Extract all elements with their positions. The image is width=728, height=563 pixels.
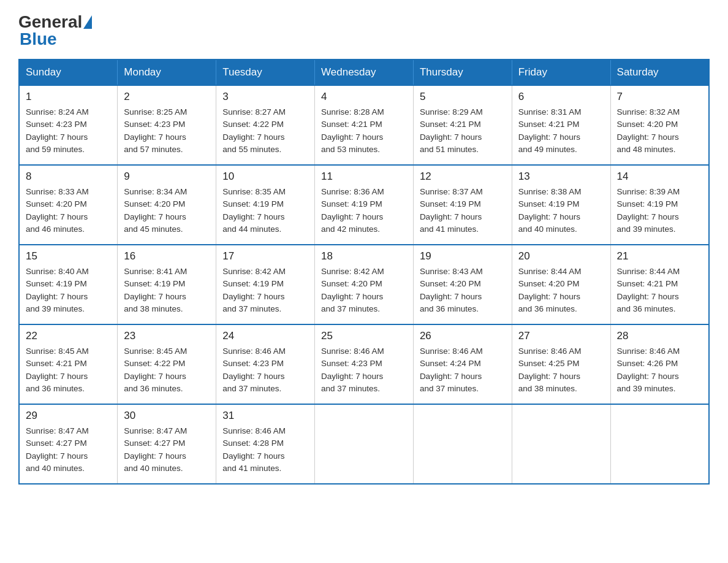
calendar-cell <box>315 404 414 484</box>
weekday-header-monday: Monday <box>118 59 216 85</box>
day-info: Sunrise: 8:46 AMSunset: 4:23 PMDaylight:… <box>222 345 308 395</box>
calendar-cell <box>610 404 709 484</box>
calendar-cell <box>512 404 610 484</box>
day-number: 24 <box>222 330 308 342</box>
calendar-cell: 27Sunrise: 8:46 AMSunset: 4:25 PMDayligh… <box>512 324 610 404</box>
day-number: 13 <box>518 170 604 183</box>
day-number: 31 <box>222 410 308 422</box>
calendar-cell: 14Sunrise: 8:39 AMSunset: 4:19 PMDayligh… <box>610 165 709 245</box>
weekday-header-tuesday: Tuesday <box>216 59 315 85</box>
calendar-cell: 30Sunrise: 8:47 AMSunset: 4:27 PMDayligh… <box>118 404 216 484</box>
calendar-week-row: 29Sunrise: 8:47 AMSunset: 4:27 PMDayligh… <box>19 404 709 484</box>
calendar-week-row: 1Sunrise: 8:24 AMSunset: 4:23 PMDaylight… <box>19 85 709 165</box>
calendar-cell: 23Sunrise: 8:45 AMSunset: 4:22 PMDayligh… <box>118 324 216 404</box>
calendar-cell: 21Sunrise: 8:44 AMSunset: 4:21 PMDayligh… <box>610 245 709 324</box>
calendar-cell: 9Sunrise: 8:34 AMSunset: 4:20 PMDaylight… <box>118 165 216 245</box>
day-info: Sunrise: 8:25 AMSunset: 4:23 PMDaylight:… <box>124 106 210 156</box>
day-number: 19 <box>420 250 506 262</box>
day-number: 27 <box>518 330 604 342</box>
day-number: 3 <box>222 91 308 103</box>
calendar-cell: 18Sunrise: 8:42 AMSunset: 4:20 PMDayligh… <box>315 245 414 324</box>
calendar-cell: 22Sunrise: 8:45 AMSunset: 4:21 PMDayligh… <box>19 324 118 404</box>
weekday-header-wednesday: Wednesday <box>315 59 414 85</box>
calendar-cell: 16Sunrise: 8:41 AMSunset: 4:19 PMDayligh… <box>118 245 216 324</box>
calendar-cell <box>413 404 512 484</box>
day-info: Sunrise: 8:46 AMSunset: 4:26 PMDaylight:… <box>617 345 702 395</box>
day-number: 28 <box>617 330 702 342</box>
calendar-week-row: 8Sunrise: 8:33 AMSunset: 4:20 PMDaylight… <box>19 165 709 245</box>
day-info: Sunrise: 8:33 AMSunset: 4:20 PMDaylight:… <box>26 186 111 236</box>
day-info: Sunrise: 8:24 AMSunset: 4:23 PMDaylight:… <box>26 106 111 156</box>
calendar-cell: 19Sunrise: 8:43 AMSunset: 4:20 PMDayligh… <box>413 245 512 324</box>
day-number: 17 <box>222 250 308 262</box>
weekday-header-thursday: Thursday <box>413 59 512 85</box>
day-number: 7 <box>617 91 702 103</box>
calendar-week-row: 15Sunrise: 8:40 AMSunset: 4:19 PMDayligh… <box>19 245 709 324</box>
calendar-header: SundayMondayTuesdayWednesdayThursdayFrid… <box>19 59 709 85</box>
calendar-cell: 5Sunrise: 8:29 AMSunset: 4:21 PMDaylight… <box>413 85 512 165</box>
day-info: Sunrise: 8:31 AMSunset: 4:21 PMDaylight:… <box>518 106 604 156</box>
day-info: Sunrise: 8:39 AMSunset: 4:19 PMDaylight:… <box>617 186 702 236</box>
day-info: Sunrise: 8:28 AMSunset: 4:21 PMDaylight:… <box>321 106 407 156</box>
day-info: Sunrise: 8:36 AMSunset: 4:19 PMDaylight:… <box>321 186 407 236</box>
day-info: Sunrise: 8:45 AMSunset: 4:21 PMDaylight:… <box>26 345 111 395</box>
weekday-header-saturday: Saturday <box>610 59 709 85</box>
day-number: 23 <box>124 330 210 342</box>
weekday-header-friday: Friday <box>512 59 610 85</box>
calendar-cell: 10Sunrise: 8:35 AMSunset: 4:19 PMDayligh… <box>216 165 315 245</box>
day-info: Sunrise: 8:27 AMSunset: 4:22 PMDaylight:… <box>222 106 308 156</box>
calendar-table: SundayMondayTuesdayWednesdayThursdayFrid… <box>18 59 710 484</box>
calendar-cell: 3Sunrise: 8:27 AMSunset: 4:22 PMDaylight… <box>216 85 315 165</box>
day-number: 14 <box>617 170 702 183</box>
day-number: 4 <box>321 91 407 103</box>
day-info: Sunrise: 8:35 AMSunset: 4:19 PMDaylight:… <box>222 186 308 236</box>
day-number: 6 <box>518 91 604 103</box>
calendar-cell: 8Sunrise: 8:33 AMSunset: 4:20 PMDaylight… <box>19 165 118 245</box>
day-info: Sunrise: 8:44 AMSunset: 4:20 PMDaylight:… <box>518 266 604 315</box>
day-info: Sunrise: 8:47 AMSunset: 4:27 PMDaylight:… <box>124 425 210 475</box>
day-info: Sunrise: 8:42 AMSunset: 4:20 PMDaylight:… <box>321 266 407 315</box>
calendar-week-row: 22Sunrise: 8:45 AMSunset: 4:21 PMDayligh… <box>19 324 709 404</box>
day-number: 29 <box>26 410 111 422</box>
calendar-cell: 2Sunrise: 8:25 AMSunset: 4:23 PMDaylight… <box>118 85 216 165</box>
logo: General Blue <box>18 12 93 49</box>
day-number: 20 <box>518 250 604 262</box>
calendar-cell: 15Sunrise: 8:40 AMSunset: 4:19 PMDayligh… <box>19 245 118 324</box>
day-number: 22 <box>26 330 111 342</box>
calendar-body: 1Sunrise: 8:24 AMSunset: 4:23 PMDaylight… <box>19 85 709 484</box>
day-info: Sunrise: 8:43 AMSunset: 4:20 PMDaylight:… <box>420 266 506 315</box>
calendar-cell: 20Sunrise: 8:44 AMSunset: 4:20 PMDayligh… <box>512 245 610 324</box>
page-header: General Blue <box>18 12 710 49</box>
day-number: 21 <box>617 250 702 262</box>
day-number: 18 <box>321 250 407 262</box>
calendar-cell: 31Sunrise: 8:46 AMSunset: 4:28 PMDayligh… <box>216 404 315 484</box>
day-info: Sunrise: 8:46 AMSunset: 4:28 PMDaylight:… <box>222 425 308 475</box>
day-info: Sunrise: 8:37 AMSunset: 4:19 PMDaylight:… <box>420 186 506 236</box>
day-number: 9 <box>124 170 210 183</box>
calendar-cell: 25Sunrise: 8:46 AMSunset: 4:23 PMDayligh… <box>315 324 414 404</box>
calendar-cell: 24Sunrise: 8:46 AMSunset: 4:23 PMDayligh… <box>216 324 315 404</box>
logo-blue: Blue <box>20 29 57 48</box>
day-info: Sunrise: 8:34 AMSunset: 4:20 PMDaylight:… <box>124 186 210 236</box>
day-info: Sunrise: 8:45 AMSunset: 4:22 PMDaylight:… <box>124 345 210 395</box>
calendar-cell: 17Sunrise: 8:42 AMSunset: 4:19 PMDayligh… <box>216 245 315 324</box>
day-number: 26 <box>420 330 506 342</box>
day-info: Sunrise: 8:42 AMSunset: 4:19 PMDaylight:… <box>222 266 308 315</box>
calendar-cell: 13Sunrise: 8:38 AMSunset: 4:19 PMDayligh… <box>512 165 610 245</box>
day-number: 12 <box>420 170 506 183</box>
day-number: 15 <box>26 250 111 262</box>
day-number: 2 <box>124 91 210 103</box>
day-info: Sunrise: 8:47 AMSunset: 4:27 PMDaylight:… <box>26 425 111 475</box>
day-info: Sunrise: 8:46 AMSunset: 4:25 PMDaylight:… <box>518 345 604 395</box>
day-number: 10 <box>222 170 308 183</box>
calendar-cell: 11Sunrise: 8:36 AMSunset: 4:19 PMDayligh… <box>315 165 414 245</box>
calendar-cell: 26Sunrise: 8:46 AMSunset: 4:24 PMDayligh… <box>413 324 512 404</box>
calendar-cell: 12Sunrise: 8:37 AMSunset: 4:19 PMDayligh… <box>413 165 512 245</box>
weekday-header-row: SundayMondayTuesdayWednesdayThursdayFrid… <box>19 59 709 85</box>
calendar-cell: 6Sunrise: 8:31 AMSunset: 4:21 PMDaylight… <box>512 85 610 165</box>
day-number: 30 <box>124 410 210 422</box>
day-number: 1 <box>26 91 111 103</box>
calendar-cell: 4Sunrise: 8:28 AMSunset: 4:21 PMDaylight… <box>315 85 414 165</box>
day-number: 8 <box>26 170 111 183</box>
calendar-cell: 7Sunrise: 8:32 AMSunset: 4:20 PMDaylight… <box>610 85 709 165</box>
